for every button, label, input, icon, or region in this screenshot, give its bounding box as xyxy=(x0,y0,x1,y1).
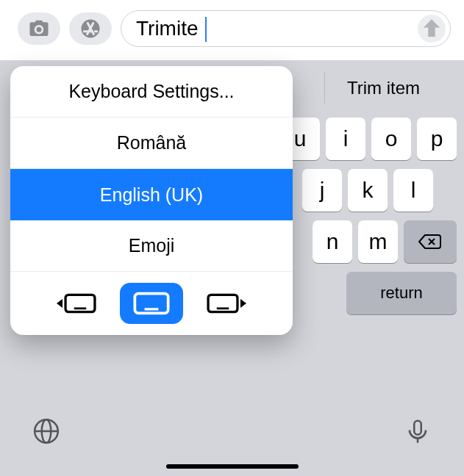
keyboard-dock-row xyxy=(10,272,293,335)
globe-icon xyxy=(32,417,60,445)
keyboard-icon xyxy=(133,291,170,316)
send-button[interactable] xyxy=(418,15,446,43)
microphone-icon xyxy=(404,417,432,445)
keyboard-bottom-bar xyxy=(0,410,464,455)
key-k[interactable]: k xyxy=(348,169,388,212)
compose-toolbar xyxy=(0,0,464,60)
dock-right-button[interactable] xyxy=(204,286,249,320)
keyboard-icon xyxy=(64,292,96,314)
backspace-key[interactable] xyxy=(404,220,457,263)
keyboard-switcher-popup: Keyboard Settings... Română English (UK)… xyxy=(10,66,293,335)
emoji-item[interactable]: Emoji xyxy=(10,220,293,272)
text-cursor xyxy=(205,17,207,42)
home-indicator[interactable] xyxy=(166,464,299,469)
camera-button[interactable] xyxy=(18,12,60,45)
message-input[interactable] xyxy=(136,17,418,40)
appstore-icon xyxy=(79,18,101,40)
language-english-uk-item[interactable]: English (UK) xyxy=(10,169,293,220)
dock-center-button[interactable] xyxy=(120,283,183,324)
key-i[interactable]: i xyxy=(326,118,365,160)
dictation-key[interactable] xyxy=(404,417,432,448)
arrow-up-icon xyxy=(418,15,446,43)
globe-key[interactable] xyxy=(32,417,60,448)
key-o[interactable]: o xyxy=(371,118,411,160)
message-input-container[interactable] xyxy=(121,10,451,47)
language-romana-item[interactable]: Română xyxy=(10,118,293,169)
svg-rect-10 xyxy=(414,421,421,435)
arrow-left-icon xyxy=(57,299,63,308)
return-key[interactable]: return xyxy=(346,272,457,314)
arrow-right-icon xyxy=(240,299,246,308)
keyboard-icon xyxy=(207,292,239,314)
dock-left-button[interactable] xyxy=(54,286,99,320)
key-m[interactable]: m xyxy=(358,220,398,263)
backspace-icon xyxy=(418,233,443,250)
key-j[interactable]: j xyxy=(302,169,342,212)
keyboard-settings-item[interactable]: Keyboard Settings... xyxy=(10,66,293,118)
camera-icon xyxy=(28,18,50,40)
suggestion-item[interactable]: Trim item xyxy=(324,72,442,104)
key-p[interactable]: p xyxy=(417,118,457,160)
appstore-button[interactable] xyxy=(69,12,112,45)
key-n[interactable]: n xyxy=(313,220,352,263)
key-l[interactable]: l xyxy=(393,169,433,212)
